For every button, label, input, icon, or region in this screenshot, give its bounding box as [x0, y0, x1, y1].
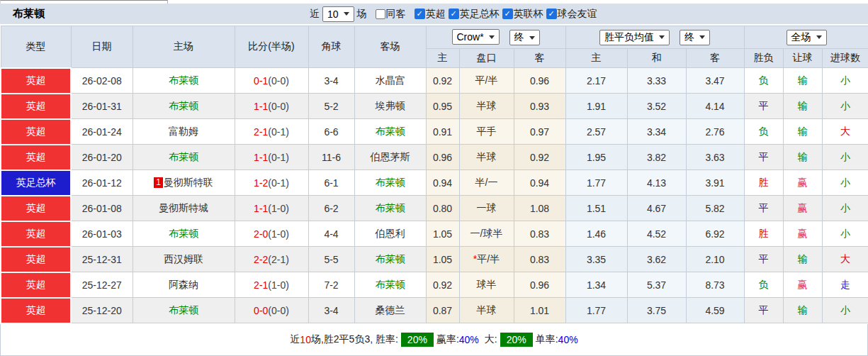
home-team-cell: 布莱顿 [133, 94, 235, 119]
fulltime-score: 1-1 [254, 203, 268, 214]
handicap-result: 赢 [783, 170, 822, 196]
avg-away-odds: 3.91 [686, 170, 744, 196]
handicap-away-odds: 0.83 [514, 247, 565, 272]
handicap-result: 输 [783, 145, 822, 170]
chevron-down-icon [489, 35, 495, 39]
match-result: 负 [744, 68, 783, 94]
avg-home-odds: 2.57 [565, 119, 627, 145]
match-result: 负 [744, 119, 783, 145]
match-result: 平 [744, 247, 783, 272]
table-row: 英超 25-12-20 布莱顿 0-0(0-0) 3-4 桑德兰 0.87 半球… [1, 298, 868, 323]
table-row: 英超 25-12-27 阿森纳 2-1(1-0) 7-2 布莱顿 0.92 球半… [1, 272, 868, 298]
handicap-result: 输 [783, 298, 822, 323]
recent-count-select[interactable]: 10 [322, 6, 354, 22]
chevron-down-icon [816, 35, 822, 39]
checkbox-unchecked-icon[interactable] [376, 9, 385, 19]
match-date: 26-01-03 [71, 221, 133, 247]
goals-result: 小 [822, 196, 868, 221]
fulltime-score: 2-2 [254, 254, 268, 265]
avg-draw-odds: 3.33 [627, 68, 686, 94]
checkbox-checked-icon[interactable]: ✓ [449, 9, 459, 19]
match-result: 胜 [744, 221, 783, 247]
handicap-away-odds: 0.94 [514, 170, 565, 196]
home-team-name: 布莱顿 [169, 100, 198, 111]
match-date: 26-01-12 [71, 170, 133, 196]
filter-club-friendly[interactable]: ✓ 球会友谊 [546, 8, 597, 21]
score-cell: 1-1(0-1) [235, 145, 308, 170]
corner-count: 11-6 [308, 145, 354, 170]
match-result: 平 [744, 94, 783, 119]
checkbox-checked-icon[interactable]: ✓ [546, 9, 557, 19]
league-badge: 英足总杯 [1, 170, 71, 196]
avg-draw-odds: 3.75 [627, 298, 686, 323]
checkbox-checked-icon[interactable]: ✓ [502, 9, 513, 19]
single-rate-value: 40% [558, 334, 578, 345]
win-rate-chip: 20% [401, 333, 434, 347]
same-venue-label: 同客 [386, 8, 406, 21]
halftime-score: (0-0) [268, 101, 289, 112]
average-time-select[interactable]: 终 [680, 30, 710, 45]
checkbox-checked-icon[interactable]: ✓ [415, 9, 425, 19]
score-cell: 1-2(0-1) [235, 170, 308, 196]
away-team-cell: 布莱顿 [354, 196, 426, 221]
filter-label: 球会友谊 [558, 8, 597, 21]
filter-league-cup[interactable]: ✓ 英联杯 [502, 8, 543, 21]
avg-draw-odds: 5.37 [627, 272, 686, 298]
halftime-score: (1-0) [268, 228, 289, 240]
handicap-away-odds: 0.97 [514, 119, 565, 145]
handicap-away-odds: 0.93 [514, 94, 565, 119]
home-team-name: 布莱顿 [169, 304, 198, 316]
score-cell: 0-1(0-0) [235, 68, 308, 94]
handicap-time-select[interactable]: 终 [509, 30, 540, 45]
handicap-result: 输 [783, 119, 822, 145]
halftime-score: (0-0) [268, 305, 289, 316]
avg-home-odds: 2.17 [565, 68, 627, 94]
avg-away-odds: 4.59 [686, 298, 744, 323]
score-cell: 1-1(1-0) [235, 196, 308, 221]
fulltime-score: 2-1 [254, 126, 268, 138]
away-team-name: 水晶宫 [376, 74, 405, 86]
halftime-score: (0-1) [268, 126, 289, 138]
goals-result: 大 [822, 119, 868, 145]
col-header-avg-home: 主 [565, 49, 627, 68]
league-badge: 英超 [1, 247, 71, 272]
col-header-result: 胜负 [744, 49, 783, 68]
match-date: 25-12-31 [71, 247, 133, 272]
away-team-cell: 水晶宫 [354, 68, 426, 94]
table-row: 英超 26-02-08 布莱顿 0-1(0-0) 3-4 水晶宫 0.92 平/… [1, 68, 868, 94]
corner-count: 6-6 [308, 119, 354, 145]
filter-fa-cup[interactable]: ✓ 英足总杯 [449, 8, 500, 21]
handicap-home-odds: 0.80 [426, 196, 459, 221]
filter-label: 英联杯 [514, 8, 543, 21]
home-team-name: 曼彻斯特联 [164, 177, 213, 188]
corner-count: 6-1 [308, 170, 354, 196]
league-badge: 英超 [1, 272, 71, 298]
col-header-date: 日期 [71, 26, 133, 68]
handicap-home-odds: 0.87 [426, 298, 459, 323]
handicap-rate-label: 赢率: [436, 333, 459, 346]
handicap-home-odds: 1.05 [426, 247, 459, 272]
match-date: 26-01-24 [71, 119, 133, 145]
halftime-score: (0-1) [268, 152, 289, 163]
handicap-line: 半球 [459, 145, 514, 170]
page-title: 布莱顿 [0, 7, 45, 21]
average-type-select[interactable]: 胜平负均值 [599, 30, 670, 45]
handicap-result: 输 [783, 94, 822, 119]
period-select[interactable]: 全场 [787, 30, 827, 45]
fulltime-score: 0-1 [254, 75, 268, 87]
filter-same-venue[interactable]: 同客 [376, 8, 406, 21]
handicap-away-odds: 0.83 [514, 221, 565, 247]
league-badge: 英超 [1, 145, 71, 170]
match-result: 平 [744, 145, 783, 170]
home-team-name: 布莱顿 [169, 151, 198, 162]
handicap-home-odds: 0.91 [426, 119, 459, 145]
bookmaker-select[interactable]: Crow* [452, 29, 500, 45]
handicap-line-text: 平/半 [477, 253, 500, 265]
handicap-line: 球半 [459, 272, 514, 298]
avg-away-odds: 2.76 [686, 119, 744, 145]
avg-draw-odds: 3.82 [627, 145, 686, 170]
match-date: 26-02-08 [71, 68, 133, 94]
home-team-cell: 布莱顿 [133, 221, 235, 247]
filter-premier-league[interactable]: ✓ 英超 [415, 8, 446, 21]
summary-recent-count: 10 [300, 334, 311, 345]
